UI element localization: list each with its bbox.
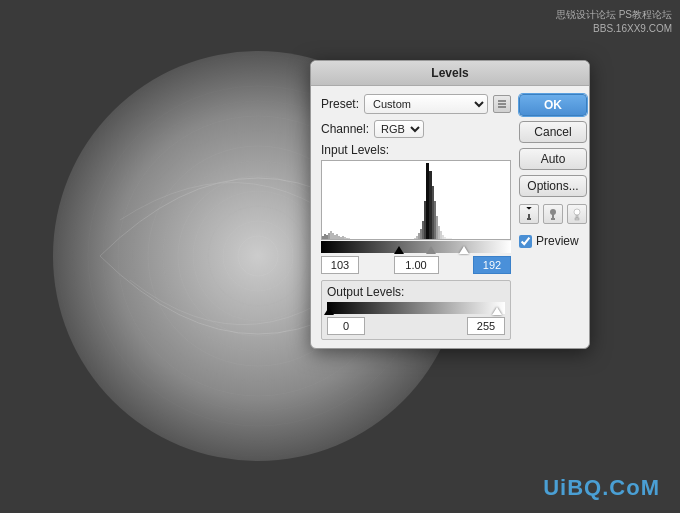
channel-select[interactable]: RGB xyxy=(374,120,424,138)
input-levels-label: Input Levels: xyxy=(321,143,511,157)
svg-rect-33 xyxy=(348,238,350,240)
svg-point-60 xyxy=(550,209,556,215)
auto-button[interactable]: Auto xyxy=(519,148,587,170)
svg-rect-31 xyxy=(344,237,346,240)
preset-label: Preset: xyxy=(321,97,359,111)
svg-rect-36 xyxy=(412,239,414,240)
svg-rect-41 xyxy=(422,221,424,240)
preview-row: Preview xyxy=(519,234,587,248)
svg-rect-55 xyxy=(526,207,534,210)
svg-point-63 xyxy=(574,209,580,215)
white-eyedropper-icon xyxy=(571,207,584,221)
dialog-titlebar[interactable]: Levels xyxy=(311,61,589,86)
svg-rect-27 xyxy=(336,234,338,240)
white-point-handle[interactable] xyxy=(459,241,469,254)
svg-rect-56 xyxy=(528,214,530,218)
channel-label: Channel: xyxy=(321,122,369,136)
svg-rect-39 xyxy=(418,233,420,240)
black-point-handle[interactable] xyxy=(394,246,404,254)
svg-rect-47 xyxy=(436,216,438,240)
svg-rect-21 xyxy=(324,234,326,240)
svg-rect-37 xyxy=(414,238,416,240)
svg-rect-53 xyxy=(452,239,462,240)
svg-rect-49 xyxy=(440,231,442,240)
gray-eyedropper-icon xyxy=(547,207,560,221)
svg-rect-22 xyxy=(326,235,328,240)
histogram-container xyxy=(321,160,511,240)
options-button[interactable]: Options... xyxy=(519,175,587,197)
levels-dialog: Levels Preset: Custom Chann xyxy=(310,60,590,349)
svg-rect-45 xyxy=(432,186,434,240)
output-white-input[interactable] xyxy=(467,317,505,335)
output-black-input[interactable] xyxy=(327,317,365,335)
svg-rect-32 xyxy=(346,238,348,240)
svg-rect-30 xyxy=(342,236,344,240)
svg-rect-43 xyxy=(426,163,429,240)
svg-rect-29 xyxy=(340,237,342,240)
svg-rect-52 xyxy=(446,238,452,240)
preset-menu-button[interactable] xyxy=(493,95,511,113)
preview-label: Preview xyxy=(536,234,579,248)
output-levels-label: Output Levels: xyxy=(327,285,505,299)
svg-rect-46 xyxy=(434,201,436,240)
svg-rect-57 xyxy=(527,218,531,220)
svg-rect-23 xyxy=(328,233,330,240)
output-slider-track[interactable] xyxy=(327,302,505,314)
svg-rect-38 xyxy=(416,236,418,240)
svg-rect-51 xyxy=(444,237,446,240)
svg-rect-62 xyxy=(575,218,579,220)
histogram-svg xyxy=(322,161,511,240)
output-section: Output Levels: xyxy=(321,280,511,340)
cancel-button[interactable]: Cancel xyxy=(519,121,587,143)
white-eyedropper-button[interactable] xyxy=(567,204,587,224)
gray-eyedropper-button[interactable] xyxy=(543,204,563,224)
svg-rect-50 xyxy=(442,235,444,240)
svg-rect-48 xyxy=(438,226,440,240)
ok-button[interactable]: OK xyxy=(519,94,587,116)
midtone-input[interactable] xyxy=(394,256,439,274)
svg-rect-28 xyxy=(338,236,340,240)
black-eyedropper-button[interactable] xyxy=(519,204,539,224)
output-values-row xyxy=(327,317,505,335)
svg-rect-26 xyxy=(334,235,336,240)
svg-rect-20 xyxy=(322,236,324,240)
svg-rect-44 xyxy=(429,171,432,240)
svg-rect-59 xyxy=(551,218,555,220)
dialog-main-content: Preset: Custom Channel: RGB xyxy=(321,94,511,340)
output-white-handle[interactable] xyxy=(492,302,502,315)
svg-rect-25 xyxy=(332,233,334,240)
dialog-buttons: OK Cancel Auto Options... xyxy=(519,94,587,340)
svg-rect-19 xyxy=(322,161,511,240)
watermark-bottom: UiBQ.CoM xyxy=(543,475,660,501)
preset-menu-icon xyxy=(497,99,507,109)
svg-rect-40 xyxy=(420,229,422,240)
eyedroppers-row xyxy=(519,204,587,224)
preset-row: Preset: Custom xyxy=(321,94,511,114)
svg-rect-34 xyxy=(350,239,352,240)
output-black-handle[interactable] xyxy=(324,307,334,315)
svg-rect-24 xyxy=(330,231,332,240)
watermark-top: 思锐设计论坛 PS教程论坛 BBS.16XX9.COM xyxy=(556,8,672,36)
black-point-input[interactable] xyxy=(321,256,359,274)
midtone-handle[interactable] xyxy=(426,246,436,254)
input-values-row xyxy=(321,256,511,274)
black-eyedropper-icon xyxy=(523,207,536,221)
preset-select[interactable]: Custom xyxy=(364,94,488,114)
svg-rect-42 xyxy=(424,201,426,240)
input-slider-track[interactable] xyxy=(321,241,511,253)
channel-row: Channel: RGB xyxy=(321,120,511,138)
white-point-input[interactable] xyxy=(473,256,511,274)
preview-checkbox[interactable] xyxy=(519,235,532,248)
